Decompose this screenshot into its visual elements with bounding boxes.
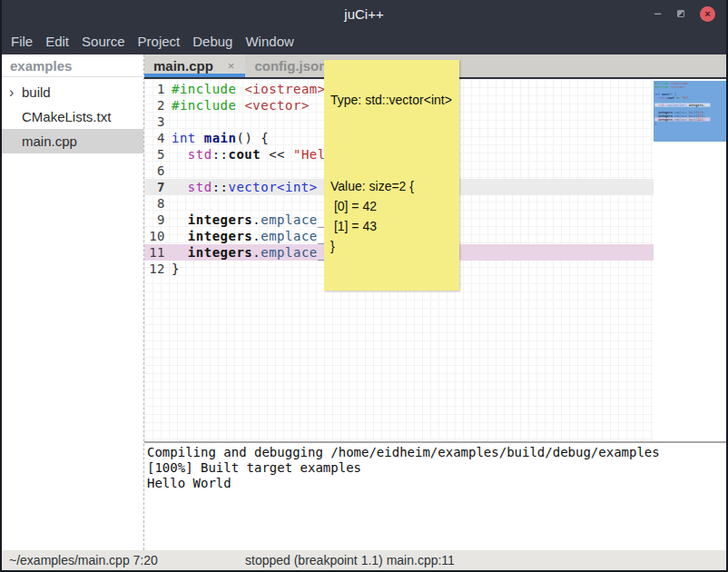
token-pp: #include xyxy=(172,98,236,113)
code-text: #include <vector> xyxy=(172,97,310,113)
token-ns: std xyxy=(188,180,212,194)
line-number[interactable]: 11 xyxy=(144,244,172,261)
token-pl: . xyxy=(252,245,261,260)
output-line: Hello World xyxy=(147,476,726,491)
token-pl: . xyxy=(252,212,261,227)
token-pl: } xyxy=(172,261,180,276)
line-number[interactable]: 8 xyxy=(144,195,172,212)
file-tree-sidebar: examples ›build›CMakeLists.txt›main.cpp xyxy=(2,54,144,550)
sidebar-item-cmakelists-txt[interactable]: ›CMakeLists.txt xyxy=(2,104,143,129)
menu-item-debug[interactable]: Debug xyxy=(186,34,239,49)
tab-label: main.cpp xyxy=(153,58,213,74)
app-window: juCi++ − × FileEditSourceProjectDebugWin… xyxy=(0,0,728,572)
code-text: integers.emplace_back(44); xyxy=(654,117,704,121)
token-var: integers xyxy=(188,245,252,260)
close-tab-icon[interactable]: × xyxy=(228,59,235,73)
token-pl xyxy=(172,245,188,260)
token-pl: } xyxy=(654,122,656,125)
minimize-icon[interactable]: − xyxy=(654,9,662,18)
token-mem: emplace_back xyxy=(674,118,696,122)
sidebar-item-label: main.cpp xyxy=(22,133,77,149)
token-ns: std xyxy=(188,147,212,162)
menubar: FileEditSourceProjectDebugWindow xyxy=(2,27,726,54)
token-pl: . xyxy=(252,229,261,243)
token-var: cout xyxy=(667,96,674,100)
code-text: std::vector<int> integers; xyxy=(654,104,704,107)
statusbar: ~/examples/main.cpp 7:20 stopped (breakp… xyxy=(2,550,726,570)
code-text: #include <iostream> xyxy=(172,81,326,97)
menu-item-edit[interactable]: Edit xyxy=(39,34,75,49)
token-kw: vector<int> xyxy=(667,104,687,107)
menu-item-source[interactable]: Source xyxy=(75,34,132,49)
window-title: juCi++ xyxy=(2,6,726,22)
token-pl: :: xyxy=(212,180,229,194)
output-panel[interactable]: Compiling and debugging /home/eidheim/ex… xyxy=(144,441,726,550)
tooltip-value-line: } xyxy=(330,236,452,256)
token-fn: main xyxy=(204,131,237,145)
code-text: int main() { xyxy=(172,130,269,146)
code-line-12[interactable]: } xyxy=(654,121,726,124)
minimap[interactable]: #include <iostream>#include <vector>int … xyxy=(654,79,726,441)
token-inc: <vector> xyxy=(671,85,685,89)
code-text: } xyxy=(172,261,180,277)
tab-config-json[interactable]: config.json xyxy=(245,54,336,77)
status-debug-state: stopped (breakpoint 1.1) main.cpp:11 xyxy=(245,553,455,567)
line-number[interactable]: 1 xyxy=(144,81,172,97)
tooltip-value-line: Value: size=2 { xyxy=(330,176,452,196)
token-kw: vector<int> xyxy=(229,180,318,194)
token-var: integers xyxy=(188,229,252,243)
output-line: [100%] Built target examples xyxy=(147,460,726,476)
tooltip-value-line: [0] = 42 xyxy=(330,196,452,216)
token-pl xyxy=(172,180,188,194)
token-pl xyxy=(172,212,188,227)
line-number[interactable]: 9 xyxy=(144,212,172,228)
sidebar-item-build[interactable]: ›build xyxy=(2,80,143,104)
minimap-viewport[interactable]: #include <iostream>#include <vector>int … xyxy=(654,81,726,142)
token-inc: <iostream> xyxy=(244,82,325,96)
token-pl xyxy=(172,229,188,243)
line-number[interactable]: 2 xyxy=(144,97,172,113)
chevron-right-icon[interactable]: › xyxy=(9,86,22,99)
line-number[interactable]: 4 xyxy=(144,130,172,146)
close-icon[interactable]: × xyxy=(700,6,715,22)
output-line: Compiling and debugging /home/eidheim/ex… xyxy=(147,445,726,460)
line-number[interactable]: 6 xyxy=(144,163,172,179)
token-str: "Hel xyxy=(682,96,689,100)
project-name-header: examples xyxy=(2,54,143,77)
code-text: std::cout << "Hel xyxy=(172,146,326,163)
line-number[interactable]: 7 xyxy=(144,179,172,195)
tooltip-type-line: Type: std::vector<int> xyxy=(330,92,452,109)
tab-main-cpp[interactable]: main.cpp× xyxy=(144,54,245,77)
sidebar-item-main-cpp[interactable]: ›main.cpp xyxy=(2,129,143,153)
token-pl: ; xyxy=(703,104,704,107)
code-text: #include <vector> xyxy=(654,85,684,89)
token-pp: #include xyxy=(654,85,669,89)
menu-item-file[interactable]: File xyxy=(5,34,39,49)
line-number[interactable]: 3 xyxy=(144,113,172,130)
debug-value-tooltip: Type: std::vector<int> Value: size=2 { [… xyxy=(324,60,459,291)
token-var: integers xyxy=(188,212,252,227)
token-inc: <vector> xyxy=(244,98,309,113)
token-var: integers xyxy=(658,118,673,122)
tooltip-gap xyxy=(330,138,452,147)
file-tree: ›build›CMakeLists.txt›main.cpp xyxy=(2,77,143,153)
token-pl: << xyxy=(674,96,682,100)
token-var: cout xyxy=(229,147,261,162)
token-kw: int xyxy=(172,131,196,145)
unmaximize-icon[interactable] xyxy=(677,10,684,17)
line-number[interactable]: 12 xyxy=(144,261,172,277)
token-var: integers xyxy=(689,104,703,107)
sidebar-item-label: build xyxy=(22,84,51,100)
code-text: } xyxy=(654,121,656,124)
line-number[interactable]: 5 xyxy=(144,146,172,163)
minimap-code: #include <iostream>#include <vector>int … xyxy=(654,81,726,124)
menu-item-window[interactable]: Window xyxy=(239,34,300,49)
status-file-position: ~/examples/main.cpp 7:20 xyxy=(9,553,158,567)
menu-item-project[interactable]: Project xyxy=(132,34,187,49)
token-pl xyxy=(196,131,204,145)
tooltip-value-lines: Value: size=2 { [0] = 42 [1] = 43} xyxy=(330,176,452,256)
token-pl: ); xyxy=(701,118,704,122)
line-number[interactable]: 10 xyxy=(144,228,172,244)
token-pl xyxy=(172,147,188,162)
titlebar[interactable]: juCi++ − × xyxy=(2,0,726,27)
